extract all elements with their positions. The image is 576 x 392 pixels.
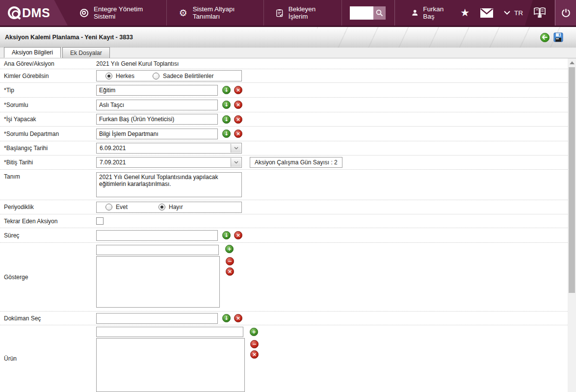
isi-yapacak-input[interactable]	[96, 114, 218, 125]
calisma-gun-sayisi: Aksiyon Çalışma Gün Sayısı : 2	[250, 157, 342, 168]
radio-unselected-icon	[105, 204, 112, 210]
search-input[interactable]	[350, 6, 373, 20]
nav-right-icons: ★ TR	[460, 0, 523, 26]
qdms-mini-icon	[80, 9, 88, 17]
field-label: *Sorumlu	[0, 102, 96, 108]
user-menu[interactable]: Furkan Baş	[403, 0, 460, 26]
gosterge-add-button[interactable]: +	[225, 245, 234, 253]
field-label: *Başlangıç Tarihi	[0, 145, 96, 152]
form-content: Ana Görev/Aksiyon 2021 Yılı Genel Kurul …	[0, 58, 576, 392]
surec-input[interactable]	[96, 230, 218, 241]
tab-ek-dosyalar[interactable]: Ek Dosyalar	[62, 47, 110, 58]
kimler-gorebilsin-group: Herkes Sadece Belirtilenler	[96, 70, 242, 81]
title-bar: Aksiyon Kalemi Planlama - Yeni Kayıt - 3…	[0, 27, 576, 48]
surec-clear-button[interactable]: ×	[234, 231, 242, 239]
logout-button[interactable]	[555, 0, 576, 26]
sorumlu-departman-input[interactable]	[96, 129, 218, 139]
urun-input[interactable]	[96, 327, 243, 337]
radio-label: Hayır	[169, 204, 183, 210]
field-label: Gösterge	[0, 274, 96, 281]
ana-gorev-value: 2021 Yılı Genel Kurul Toplantısı	[96, 60, 179, 67]
field-label: *Bitiş Tarihi	[0, 159, 96, 166]
top-nav: DMS Entegre Yönetim Sistemi ⚙ Sistem Alt…	[0, 0, 576, 27]
urun-listbox[interactable]	[96, 338, 245, 392]
sorumlu-input[interactable]	[96, 100, 218, 110]
power-icon	[561, 8, 571, 18]
page-title: Aksiyon Kalemi Planlama - Yeni Kayıt - 3…	[0, 34, 133, 41]
sorumlu-select-button[interactable]: ↓	[222, 101, 231, 109]
gosterge-listbox[interactable]	[96, 256, 220, 308]
field-label: *Tip	[0, 87, 96, 94]
row-surec: Süreç ↓ ×	[0, 228, 568, 243]
row-ana-gorev-aksiyon: Ana Görev/Aksiyon 2021 Yılı Genel Kurul …	[0, 58, 568, 69]
row-gosterge: Gösterge + − ×	[0, 243, 568, 312]
scrollbar-up-arrow[interactable]	[568, 58, 576, 67]
row-tip: *Tip ↓ ×	[0, 83, 568, 98]
favorites-star-icon[interactable]: ★	[460, 7, 470, 19]
search-icon	[376, 9, 383, 17]
row-urun: Ürün + − ×	[0, 325, 568, 392]
help-book-icon	[533, 7, 546, 19]
row-isi-yapacak: *İşi Yapacak ↓ ×	[0, 112, 568, 127]
radio-herkes[interactable]: Herkes	[105, 73, 134, 79]
row-baslangic-tarihi: *Başlangıç Tarihi 6.09.2021	[0, 141, 568, 156]
sorumlu-clear-button[interactable]: ×	[234, 101, 242, 109]
vertical-scrollbar[interactable]	[568, 58, 576, 392]
isi-yapacak-select-button[interactable]: ↓	[222, 115, 231, 124]
urun-add-button[interactable]: +	[250, 328, 258, 336]
nav-item-entegre-yonetim-sistemi[interactable]: Entegre Yönetim Sistemi	[68, 0, 167, 26]
row-tekrar-eden-aksiyon: Tekrar Eden Aksiyon	[0, 214, 568, 228]
nav-item-label: Sistem Altyapı Tanımları	[193, 5, 252, 20]
date-dropdown-button[interactable]	[231, 158, 241, 167]
radio-unselected-icon	[153, 73, 159, 79]
gosterge-clear-button[interactable]: ×	[226, 267, 234, 276]
nav-item-sistem-altyapi-tanimlari[interactable]: ⚙ Sistem Altyapı Tanımları	[167, 0, 264, 26]
baslangic-tarihi-select[interactable]: 6.09.2021	[96, 143, 242, 154]
nav-search	[350, 0, 386, 26]
help-button[interactable]	[525, 0, 554, 26]
row-sorumlu-departman: *Sorumlu Departman ↓ ×	[0, 127, 568, 141]
sorumlu-departman-select-button[interactable]: ↓	[222, 130, 231, 138]
radio-hayir[interactable]: Hayır	[158, 204, 183, 210]
language-code: TR	[514, 9, 523, 17]
radio-sadece-belirtilenler[interactable]: Sadece Belirtilenler	[153, 73, 213, 79]
chevron-down-icon	[234, 161, 238, 164]
tekrar-eden-aksiyon-checkbox[interactable]	[96, 217, 104, 225]
row-dokuman-sec: Doküman Seç ↓ ×	[0, 312, 568, 325]
urun-remove-button[interactable]: −	[250, 340, 259, 348]
radio-label: Evet	[116, 204, 128, 210]
surec-select-button[interactable]: ↓	[222, 231, 231, 239]
dokuman-sec-clear-button[interactable]: ×	[234, 314, 242, 322]
tip-clear-button[interactable]: ×	[234, 86, 242, 94]
date-dropdown-button[interactable]	[231, 144, 241, 153]
tanim-textarea[interactable]: 2021 Yılı Genel Kurul Toplantısında yapı…	[96, 172, 242, 197]
tip-input[interactable]	[96, 85, 218, 96]
urun-clear-button[interactable]: ×	[250, 350, 259, 359]
gosterge-input[interactable]	[96, 245, 219, 255]
back-button[interactable]	[540, 33, 550, 42]
language-selector[interactable]: TR	[504, 9, 523, 17]
scrollbar-thumb[interactable]	[569, 67, 575, 293]
radio-evet[interactable]: Evet	[105, 204, 128, 210]
nav-item-bekleyen-islerim[interactable]: Bekleyen İşlerim	[264, 0, 342, 26]
dokuman-sec-input[interactable]	[96, 313, 218, 324]
row-periyodiklik: Periyodiklik Evet Hayır	[0, 200, 568, 214]
mail-icon[interactable]	[480, 8, 493, 18]
field-label: Ürün	[0, 355, 96, 362]
qdms-logo[interactable]: DMS	[0, 0, 68, 26]
tip-select-button[interactable]: ↓	[222, 86, 231, 94]
field-label: Kimler Görebilsin	[0, 73, 96, 79]
tab-label: Ek Dosyalar	[70, 50, 102, 56]
save-button[interactable]	[553, 32, 563, 42]
periyodiklik-group: Evet Hayır	[96, 202, 242, 213]
nav-divider	[394, 0, 395, 26]
gosterge-remove-button[interactable]: −	[226, 257, 234, 265]
bitis-tarihi-select[interactable]: 7.09.2021	[96, 157, 242, 168]
tab-aksiyon-bilgileri[interactable]: Aksiyon Bilgileri	[4, 47, 61, 58]
nav-item-label: Bekleyen İşlerim	[288, 5, 329, 20]
sorumlu-departman-clear-button[interactable]: ×	[234, 130, 242, 138]
search-button[interactable]	[373, 6, 386, 20]
isi-yapacak-clear-button[interactable]: ×	[234, 115, 242, 124]
dokuman-sec-select-button[interactable]: ↓	[222, 314, 231, 322]
qdms-q-icon	[8, 6, 21, 19]
